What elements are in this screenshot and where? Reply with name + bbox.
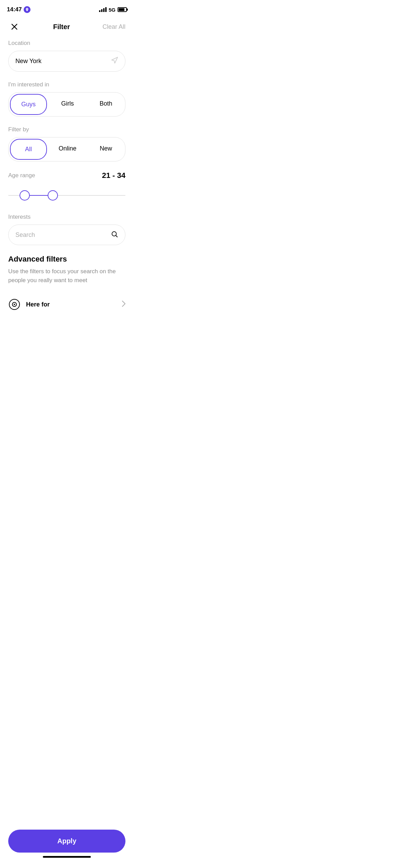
- network-type: 5G: [109, 7, 116, 13]
- here-for-row[interactable]: Here for: [8, 293, 125, 316]
- slider-thumb-min[interactable]: [20, 190, 30, 201]
- search-icon: [111, 230, 118, 239]
- toggle-online[interactable]: Online: [50, 139, 85, 160]
- toggle-new[interactable]: New: [88, 139, 124, 160]
- clear-all-button[interactable]: Clear All: [102, 23, 125, 31]
- advanced-filters-section: Advanced filters Use the filters to focu…: [0, 255, 134, 316]
- here-for-left: Here for: [8, 298, 50, 311]
- toggle-both[interactable]: Both: [88, 94, 124, 115]
- toggle-girls[interactable]: Girls: [50, 94, 85, 115]
- svg-point-7: [14, 304, 15, 305]
- signal-bar-4: [105, 7, 107, 12]
- signal-bars: [99, 7, 107, 12]
- toggle-all[interactable]: All: [10, 139, 47, 160]
- location-value: New York: [15, 58, 111, 65]
- interested-in-label: I'm interested in: [8, 81, 125, 88]
- interests-section: Interests Search: [8, 214, 125, 245]
- filter-content: Location New York I'm interested in Guys…: [0, 40, 134, 245]
- filter-by-label: Filter by: [8, 126, 125, 133]
- header: Filter Clear All: [0, 17, 134, 40]
- slider-thumb-max[interactable]: [48, 190, 58, 201]
- signal-bar-1: [99, 10, 100, 12]
- chevron-right-icon: [122, 301, 125, 309]
- battery: [118, 7, 127, 12]
- signal-bar-3: [103, 8, 105, 12]
- advanced-filters-title: Advanced filters: [8, 255, 125, 264]
- interests-label: Interests: [8, 214, 125, 220]
- svg-marker-2: [112, 57, 118, 63]
- close-button[interactable]: [8, 21, 21, 33]
- toggle-guys[interactable]: Guys: [10, 94, 47, 115]
- interested-in-toggle-group: Guys Girls Both: [8, 92, 125, 117]
- here-for-icon: [8, 298, 21, 311]
- status-time: 14:47: [7, 6, 31, 13]
- svg-point-3: [112, 232, 117, 236]
- signal-bar-2: [101, 9, 102, 12]
- status-right: 5G: [99, 7, 127, 13]
- location-label: Location: [8, 40, 125, 47]
- interests-search-field[interactable]: Search: [8, 225, 125, 245]
- filter-by-toggle-group: All Online New: [8, 137, 125, 161]
- interests-search-placeholder: Search: [15, 231, 111, 239]
- age-range-header: Age range 21 - 34: [8, 171, 125, 180]
- location-field[interactable]: New York: [8, 51, 125, 72]
- age-range-label: Age range: [8, 172, 35, 179]
- location-arrow-icon: [111, 57, 118, 66]
- age-range-value: 21 - 34: [102, 171, 126, 180]
- advanced-filters-description: Use the filters to focus your search on …: [8, 267, 125, 285]
- status-bar: 14:47 5G: [0, 0, 134, 17]
- svg-line-4: [116, 236, 117, 237]
- here-for-label: Here for: [26, 301, 50, 308]
- battery-fill: [119, 8, 124, 11]
- location-indicator: [24, 6, 31, 13]
- age-range-slider[interactable]: [8, 187, 125, 204]
- page-title: Filter: [53, 23, 70, 31]
